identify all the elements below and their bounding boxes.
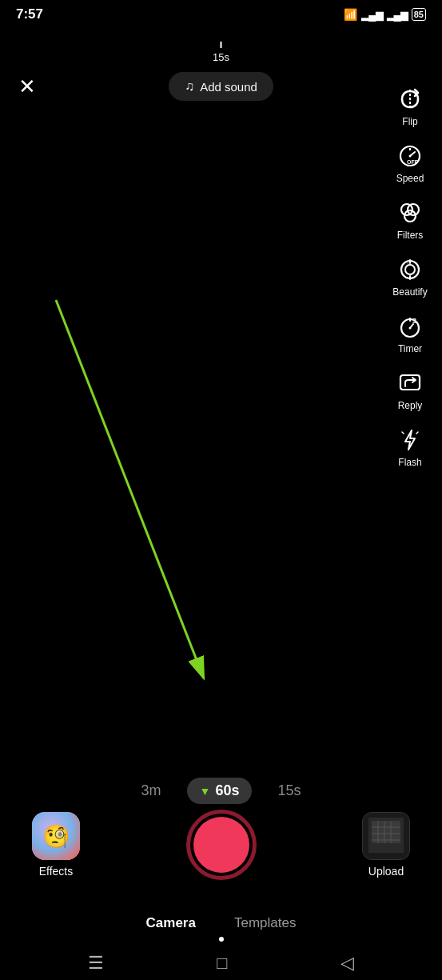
add-sound-button[interactable]: ♫ Add sound bbox=[169, 72, 273, 101]
close-icon: ✕ bbox=[18, 74, 36, 99]
effects-face-icon: 🧐 bbox=[42, 823, 70, 850]
signal-icon1: ▂▄▆ bbox=[361, 9, 382, 21]
nav-menu-icon[interactable]: ☰ bbox=[88, 953, 104, 974]
svg-text:OFF: OFF bbox=[407, 159, 419, 165]
nav-home-icon[interactable]: □ bbox=[217, 953, 227, 974]
timer-icon: 3 bbox=[396, 312, 424, 341]
nav-back-icon[interactable]: ◁ bbox=[340, 953, 354, 974]
tab-camera[interactable]: Camera bbox=[146, 915, 196, 936]
status-icons: 📶 ▂▄▆ ▂▄▆ 85 bbox=[344, 8, 426, 21]
music-icon: ♫ bbox=[185, 79, 194, 94]
svg-text:i: i bbox=[408, 261, 408, 266]
timeline-tick bbox=[221, 42, 222, 48]
bottom-actions: 🧐 Effects Upload bbox=[0, 810, 442, 880]
duration-3m[interactable]: 3m bbox=[135, 779, 168, 802]
filters-icon bbox=[396, 198, 424, 227]
beautify-icon: i bbox=[396, 255, 424, 284]
flip-icon bbox=[396, 85, 424, 114]
status-time: 7:57 bbox=[16, 6, 43, 22]
filters-control[interactable]: Filters bbox=[386, 194, 434, 246]
flash-label: Flash bbox=[398, 457, 421, 468]
effects-icon: 🧐 bbox=[32, 812, 80, 860]
tab-indicator bbox=[219, 937, 224, 942]
upload-button[interactable]: Upload bbox=[362, 812, 410, 878]
signal-icon2: ▂▄▆ bbox=[387, 9, 408, 21]
svg-rect-19 bbox=[400, 375, 420, 390]
filters-label: Filters bbox=[397, 230, 424, 241]
status-bar: 7:57 📶 ▂▄▆ ▂▄▆ 85 bbox=[0, 0, 442, 26]
tab-bar: Camera Templates bbox=[0, 915, 442, 936]
reply-control[interactable]: Reply bbox=[386, 364, 434, 416]
upload-thumbnail bbox=[365, 814, 407, 858]
svg-point-17 bbox=[409, 327, 412, 330]
svg-point-4 bbox=[409, 155, 412, 158]
duration-15s[interactable]: 15s bbox=[271, 779, 307, 802]
speed-label: Speed bbox=[396, 173, 424, 184]
svg-line-23 bbox=[56, 300, 204, 678]
timeline-marker: 15s bbox=[213, 42, 229, 64]
close-button[interactable]: ✕ bbox=[13, 72, 42, 101]
speed-icon: OFF bbox=[396, 142, 424, 170]
effects-button[interactable]: 🧐 Effects bbox=[32, 812, 80, 878]
svg-text:3: 3 bbox=[412, 317, 416, 325]
reply-label: Reply bbox=[398, 400, 423, 411]
tab-templates[interactable]: Templates bbox=[234, 915, 296, 936]
flash-icon bbox=[396, 426, 424, 454]
timeline-label: 15s bbox=[213, 51, 229, 63]
upload-label: Upload bbox=[368, 865, 404, 878]
duration-bar: 3m ▼ 60s 15s bbox=[0, 778, 442, 804]
record-button[interactable] bbox=[186, 810, 257, 880]
flash-control[interactable]: Flash bbox=[386, 421, 434, 473]
duration-60s[interactable]: ▼ 60s bbox=[187, 778, 253, 804]
reply-icon bbox=[396, 369, 424, 398]
effects-label: Effects bbox=[39, 865, 74, 878]
beautify-label: Beautify bbox=[392, 286, 427, 298]
speed-control[interactable]: OFF Speed bbox=[386, 137, 434, 189]
record-inner bbox=[193, 817, 249, 873]
arrow-overlay bbox=[0, 0, 442, 720]
svg-point-10 bbox=[405, 265, 415, 274]
battery-icon: 85 bbox=[412, 8, 426, 21]
beautify-control[interactable]: i Beautify bbox=[386, 250, 434, 302]
svg-line-20 bbox=[402, 432, 404, 434]
flip-label: Flip bbox=[402, 116, 417, 127]
duration-arrow: ▼ bbox=[200, 785, 211, 798]
effects-image: 🧐 bbox=[32, 812, 80, 860]
wifi-icon: 📶 bbox=[344, 8, 357, 21]
svg-line-21 bbox=[416, 432, 418, 434]
flip-control[interactable]: Flip bbox=[386, 80, 434, 132]
timer-control[interactable]: 3 Timer bbox=[386, 307, 434, 359]
right-controls: Flip OFF Speed Filters bbox=[386, 80, 434, 473]
upload-icon bbox=[362, 812, 410, 860]
nav-bar: ☰ □ ◁ bbox=[0, 953, 442, 974]
top-bar: ✕ ♫ Add sound bbox=[0, 72, 442, 101]
timer-label: Timer bbox=[398, 343, 422, 354]
add-sound-label: Add sound bbox=[200, 80, 257, 94]
